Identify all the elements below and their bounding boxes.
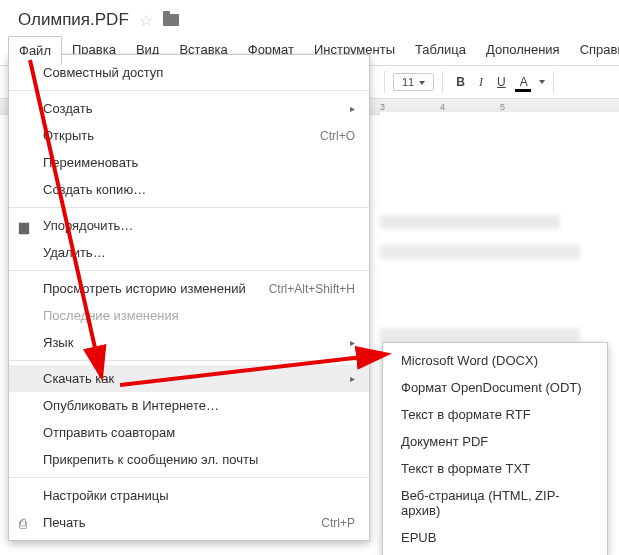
menu-page-setup[interactable]: Настройки страницы	[9, 482, 369, 509]
menu-rename[interactable]: Переименовать	[9, 149, 369, 176]
menu-new[interactable]: Создать▸	[9, 95, 369, 122]
menu-email-attach[interactable]: Прикрепить к сообщению эл. почты	[9, 446, 369, 473]
doc-title[interactable]: Олимпия.PDF	[18, 10, 129, 30]
bold-button[interactable]: B	[451, 73, 470, 91]
download-docx[interactable]: Microsoft Word (DOCX)	[383, 347, 607, 374]
download-epub[interactable]: EPUB	[383, 524, 607, 551]
folder-icon: ▆	[19, 218, 29, 233]
menu-file[interactable]: Файл	[8, 36, 62, 65]
print-icon: ⎙	[19, 515, 27, 530]
download-rtf[interactable]: Текст в формате RTF	[383, 401, 607, 428]
menu-delete[interactable]: Удалить…	[9, 239, 369, 266]
download-pdf[interactable]: Документ PDF	[383, 428, 607, 455]
text-color-button[interactable]: A	[515, 73, 533, 91]
menu-organize[interactable]: ▆Упорядочить…	[9, 212, 369, 239]
italic-button[interactable]: I	[474, 73, 488, 92]
file-dropdown: Совместный доступ Создать▸ ОткрытьCtrl+O…	[8, 54, 370, 541]
download-odt[interactable]: Формат OpenDocument (ODT)	[383, 374, 607, 401]
menu-addons[interactable]: Дополнения	[476, 36, 570, 65]
download-html[interactable]: Веб-страница (HTML, ZIP-архив)	[383, 482, 607, 524]
font-size[interactable]: 11	[393, 73, 434, 91]
download-submenu: Microsoft Word (DOCX) Формат OpenDocumen…	[382, 342, 608, 555]
menu-language[interactable]: Язык▸	[9, 329, 369, 356]
menu-recent: Последние изменения	[9, 302, 369, 329]
download-txt[interactable]: Текст в формате TXT	[383, 455, 607, 482]
titlebar: Олимпия.PDF ☆	[0, 0, 619, 36]
underline-button[interactable]: U	[492, 73, 511, 91]
menu-history[interactable]: Просмотреть историю измененийCtrl+Alt+Sh…	[9, 275, 369, 302]
menu-share[interactable]: Совместный доступ	[9, 59, 369, 86]
menu-open[interactable]: ОткрытьCtrl+O	[9, 122, 369, 149]
menu-print[interactable]: ⎙ПечатьCtrl+P	[9, 509, 369, 536]
menu-publish[interactable]: Опубликовать в Интернете…	[9, 392, 369, 419]
menu-copy[interactable]: Создать копию…	[9, 176, 369, 203]
menu-table[interactable]: Таблица	[405, 36, 476, 65]
menu-download-as[interactable]: Скачать как▸	[9, 365, 369, 392]
folder-icon[interactable]	[163, 14, 179, 26]
menu-help[interactable]: Справка	[570, 36, 619, 65]
star-icon[interactable]: ☆	[139, 11, 153, 30]
menu-email-collab[interactable]: Отправить соавторам	[9, 419, 369, 446]
